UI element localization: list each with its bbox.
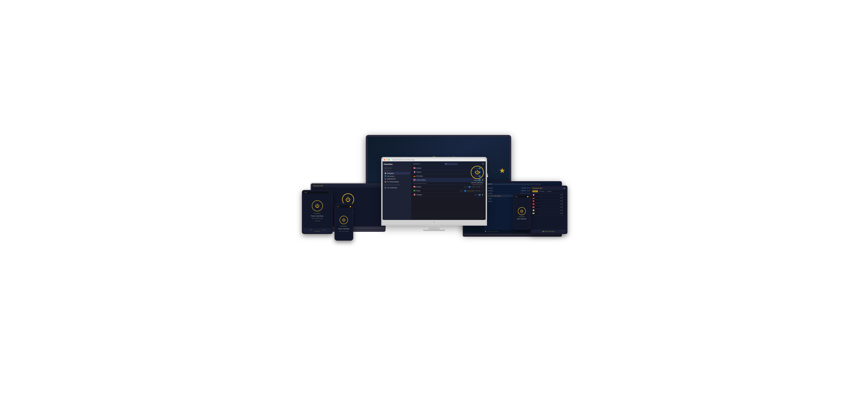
tablet-left-statusbar: 16:53 ⚙ <box>303 191 332 194</box>
tablet-left-ip: VPN IP: 192237.214.221 <box>312 218 323 219</box>
tablet-left-power-button[interactable]: ⏻ <box>312 200 323 211</box>
tablet-left-protocol: ✦ WireGuard® <box>314 221 320 222</box>
tr-no-name: Norway <box>535 207 560 208</box>
imac-power-button[interactable]: ⏻ <box>471 166 484 179</box>
tab-favorites[interactable]: Favorited <box>546 191 553 192</box>
win-server-argentina: 🇦🇷 Argentina 1,881 kB 410 kB ▶ <box>485 189 533 192</box>
win-search-placeholder[interactable]: Type here to search <box>488 231 498 232</box>
canada-users: 👥 <box>478 194 480 196</box>
win-server-germany: 🇩🇪 Germany 1,774 kB 477 kB ▶ <box>485 187 533 189</box>
austria-dl-load: 31 % <box>464 186 467 188</box>
tr-hongkong: 🇭🇰Hong Kong63 4%▶ <box>532 203 566 206</box>
search-bar[interactable]: 🔍 <box>444 163 458 165</box>
imac-vpn-ip: VPN IP: 85.90.185.85 <box>472 184 482 186</box>
canada-star[interactable]: ★ <box>482 194 484 196</box>
phone-left-status-icons: 📶 <box>350 206 351 207</box>
tr-india: 🇮🇳India63 4%▶ <box>532 212 566 215</box>
tr-hk-connect[interactable]: ▶ <box>564 203 565 205</box>
sidebar-dedicated-ip[interactable]: 🖥 Dedicated IP <box>384 178 410 180</box>
downloading-icon: 📥 <box>384 181 386 182</box>
select-server-label: Select Server <box>384 167 410 169</box>
canada-load: 61 % <box>474 194 477 196</box>
phone-right-location: Illinois, United States <box>517 219 526 220</box>
imac-base <box>423 230 445 231</box>
tr-fr-connect[interactable]: ▶ <box>564 194 565 196</box>
dedicated-ip-icon: 🖥 <box>384 178 386 180</box>
austria-dl-flag: 🇦🇹 <box>413 186 415 188</box>
tr-ch-flag: 🇨🇭 <box>532 200 535 202</box>
time-stat: 00:30:03 <box>475 190 480 192</box>
imac-stand <box>429 226 440 230</box>
austria-dl-star[interactable]: ☆ <box>482 186 484 188</box>
sidebar-favorites[interactable]: ⭐ Favorites <box>384 172 410 175</box>
tr-in-connect[interactable]: ▶ <box>564 213 565 214</box>
laptop-base <box>463 234 562 237</box>
sidebar-all-servers[interactable]: 🌐 All servers <box>384 175 410 177</box>
tablet-left-screen: 16:53 ⚙ ⏻ Connected to: Phoenix, United … <box>303 191 332 233</box>
tablet-left-device: 16:53 ⚙ ⏻ Connected to: Phoenix, United … <box>302 190 333 234</box>
phone-left-statusbar: 16:53 📶 <box>335 205 352 208</box>
devices-scene: ⏻ Connected to: 🇺🇸 New York, United Stat… <box>302 139 566 263</box>
tr-fr-flag: 🇫🇷 <box>532 194 535 196</box>
wireguard-badge: WireGuard® <box>467 190 474 192</box>
macbook-logo: CyberGhost VPN <box>313 185 323 187</box>
tr-ch-connect[interactable]: ▶ <box>564 200 565 202</box>
phone-left-device: 16:53 📶 ⏻ Connected to: Phoenix, United … <box>335 203 353 241</box>
tr-no-flag: 🇳🇴 <box>532 206 535 208</box>
tr-de-name: Germany <box>535 198 560 199</box>
menubar-items: Finder File Edit View Go Window Help <box>392 159 415 161</box>
download-stat: 191 kB <box>476 186 480 188</box>
austria-dl-users: 👥 <box>468 186 470 188</box>
settings-icon[interactable]: ⚙ <box>482 163 484 165</box>
tablet-left-footer: ↑ 70 kB ↓ 14 kB ✦ WireGuard® <box>303 228 332 233</box>
streaming-icon: 📺 <box>384 187 386 189</box>
tablet-right-search[interactable]: 🔍 <box>564 188 565 189</box>
tr-ie-flag: 🇮🇪 <box>532 209 535 211</box>
upload-stat: 573 kB <box>471 186 475 188</box>
usa-name: United States <box>416 179 473 181</box>
imac-power-section: ⏻ Connected to: New York, United States … <box>471 166 484 186</box>
tablet-left-settings-icon: ⚙ <box>329 192 330 193</box>
imac-sidebar-title: Favorites <box>384 163 410 165</box>
tr-france: 🇫🇷France63 4%▶ <box>532 194 566 197</box>
tablet-wg-footer: ✦ WireGuard® <box>304 231 331 232</box>
phone-right-power-button[interactable]: ⏻ <box>518 207 526 215</box>
phone-left-power-button[interactable]: ⏻ <box>340 216 348 224</box>
brazil-users: 👥 <box>464 190 466 192</box>
phone-left-ip: VPN IP: 192.121.189.221 <box>339 231 349 232</box>
tablet-left-wg-icon: ✦ <box>314 221 315 222</box>
imac-menubar: Finder File Edit View Go Window Help <box>382 158 486 161</box>
tablet-right-connected: ⬤ Illinois, United States <box>542 231 554 232</box>
tab-streaming[interactable]: Streaming <box>538 191 546 192</box>
sidebar-for-downloading[interactable]: 📥 For downloading <box>384 180 410 183</box>
advanced-section: Advanced Features <box>384 184 410 186</box>
ar-name: Argentina <box>488 190 520 191</box>
phone-left-location: Phoenix, United States <box>338 228 349 229</box>
brazil-name: Brazil <box>416 190 460 192</box>
sidebar-streaming[interactable]: 📺 For streaming <box>384 186 410 189</box>
canada-flag: 🇨🇦 <box>413 194 415 196</box>
maximize-dot[interactable] <box>388 159 390 161</box>
tr-no-connect[interactable]: ▶ <box>564 206 565 208</box>
brazil-load: 55 % <box>460 190 463 192</box>
tr-de-connect[interactable]: ▶ <box>564 197 565 199</box>
tr-ie-stat: 63 4% <box>560 210 563 211</box>
de-name: Germany <box>488 187 520 189</box>
tr-ie-connect[interactable]: ▶ <box>564 210 565 211</box>
phone-left-connected: Connected to: <box>340 226 347 227</box>
phone-right-connected: Connected to: <box>519 216 525 217</box>
phone-right-notch <box>520 193 524 194</box>
de-stat1: 1,774 kB <box>521 187 526 189</box>
brazil-star[interactable]: ☆ <box>482 190 484 192</box>
tab-servers[interactable]: Servers <box>532 191 538 192</box>
tr-hk-stat: 63 4% <box>560 204 563 205</box>
austria-flag: 🇦🇹 <box>413 167 415 169</box>
germany-name: Germany <box>416 175 473 177</box>
minimize-dot[interactable] <box>386 159 388 161</box>
imac-power-icon: ⏻ <box>475 169 480 175</box>
general-label: GENERAL <box>413 163 420 165</box>
usa-flag: 🇺🇸 <box>413 179 415 181</box>
ar-stat1: 1,881 kB <box>521 190 526 191</box>
close-dot[interactable] <box>384 159 385 161</box>
download-icon: ↓ 14 kB <box>322 229 325 230</box>
